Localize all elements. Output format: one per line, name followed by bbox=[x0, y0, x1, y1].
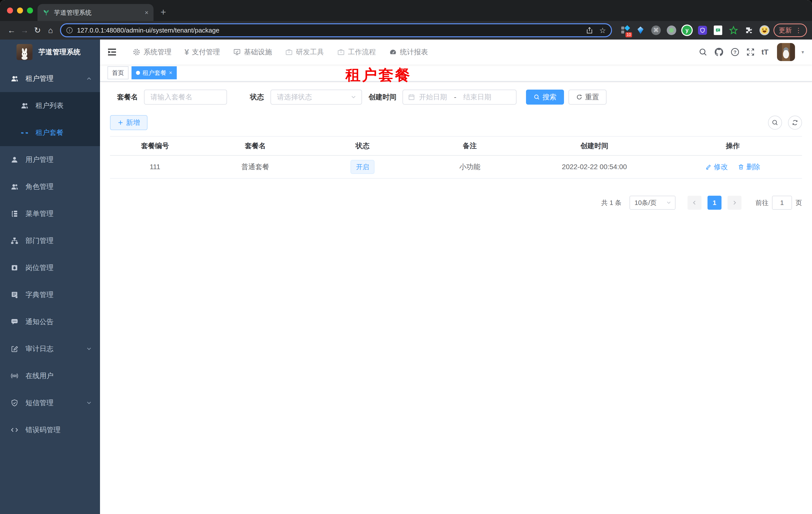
topnav-item-devtools[interactable]: 研发工具 bbox=[279, 39, 330, 64]
extension-command-icon[interactable]: ⌘ bbox=[651, 25, 661, 35]
edit-note-icon bbox=[10, 345, 19, 353]
chat-dots-icon bbox=[10, 318, 19, 326]
reload-button[interactable]: ↻ bbox=[31, 26, 44, 35]
url-text[interactable]: 127.0.0.1:48080/admin-ui/system/tenant/p… bbox=[77, 27, 582, 34]
package-name-input[interactable] bbox=[144, 89, 227, 105]
github-icon[interactable] bbox=[714, 47, 724, 57]
cell-remark: 小功能 bbox=[414, 155, 525, 179]
macos-traffic-lights[interactable] bbox=[7, 7, 33, 13]
sidebar-item-label: 部门管理 bbox=[26, 236, 92, 245]
new-tab-button[interactable]: + bbox=[161, 7, 166, 18]
status-badge: 开启 bbox=[350, 160, 375, 174]
toggle-search-button[interactable] bbox=[768, 116, 782, 130]
chevron-left-icon bbox=[692, 200, 697, 206]
next-page-button[interactable] bbox=[727, 196, 742, 210]
profile-emoji-icon[interactable] bbox=[759, 25, 770, 35]
navbar-right-tools: ? tT ▾ bbox=[698, 43, 804, 61]
sidebar-item-label: 在线用户 bbox=[26, 371, 92, 381]
sidebar-item-tenant-management[interactable]: 租户管理 bbox=[0, 65, 100, 92]
date-range-picker[interactable]: 开始日期 - 结束日期 bbox=[403, 89, 517, 105]
extension-dot-icon[interactable] bbox=[667, 25, 676, 35]
page-unit-label: 页 bbox=[795, 198, 802, 207]
back-button[interactable]: ← bbox=[5, 26, 18, 35]
status-select[interactable]: 请选择状态 bbox=[270, 89, 362, 105]
date-start-placeholder[interactable]: 开始日期 bbox=[419, 92, 447, 102]
sidebar-item-error-code[interactable]: 错误码管理 bbox=[0, 416, 100, 443]
sidebar-item-role-management[interactable]: 角色管理 bbox=[0, 173, 100, 200]
close-window-button[interactable] bbox=[7, 7, 13, 13]
edit-label: 修改 bbox=[714, 162, 728, 172]
sidebar-logo[interactable]: 芋道管理系统 bbox=[0, 39, 100, 64]
sidebar-item-label: 用户管理 bbox=[26, 155, 92, 164]
share-icon[interactable] bbox=[586, 27, 593, 34]
search-icon[interactable] bbox=[698, 48, 707, 57]
sidebar-item-user-management[interactable]: 用户管理 bbox=[0, 146, 100, 173]
prev-page-button[interactable] bbox=[688, 196, 701, 210]
topnav-item-system[interactable]: 系统管理 bbox=[126, 39, 178, 64]
bookmark-star-icon[interactable]: ☆ bbox=[599, 26, 606, 35]
date-end-placeholder[interactable]: 结束日期 bbox=[463, 92, 491, 102]
browser-tab[interactable]: 芋道管理系统 × bbox=[37, 4, 153, 21]
extension-y-icon[interactable]: y bbox=[682, 25, 692, 35]
forward-button[interactable]: → bbox=[18, 26, 31, 35]
topnav-item-payment[interactable]: ¥ 支付管理 bbox=[178, 39, 227, 64]
people-icon bbox=[10, 75, 19, 83]
col-header: 操作 bbox=[664, 136, 802, 155]
edit-link[interactable]: 修改 bbox=[705, 162, 728, 172]
font-size-icon[interactable]: tT bbox=[761, 48, 768, 56]
goto-page-input[interactable] bbox=[772, 196, 792, 210]
tag-home[interactable]: 首页 bbox=[108, 66, 128, 79]
sidebar-item-audit-log[interactable]: 审计日志 bbox=[0, 335, 100, 362]
monitor-icon bbox=[233, 48, 241, 56]
extension-chat-icon[interactable] bbox=[713, 25, 723, 35]
table-row[interactable]: 111 普通套餐 开启 小功能 2022-02-22 00:54:00 修改 bbox=[110, 155, 802, 179]
tag-tenant-package[interactable]: 租户套餐 × bbox=[132, 66, 177, 79]
col-header: 备注 bbox=[414, 136, 525, 155]
topnav-item-workflow[interactable]: 工作流程 bbox=[330, 39, 382, 64]
collapse-sidebar-icon[interactable] bbox=[107, 47, 117, 57]
sidebar: 芋道管理系统 租户管理 租户列 bbox=[0, 39, 100, 514]
topnav-item-infra[interactable]: 基础设施 bbox=[227, 39, 279, 64]
sidebar-item-tenant-list[interactable]: 租户列表 bbox=[0, 92, 100, 119]
tab-close-icon[interactable]: × bbox=[145, 9, 148, 17]
sidebar-item-sms-management[interactable]: 短信管理 bbox=[0, 389, 100, 416]
zoom-window-button[interactable] bbox=[27, 7, 33, 13]
yen-icon: ¥ bbox=[184, 48, 189, 57]
page-size-select[interactable]: 10条/页 bbox=[630, 196, 675, 210]
refresh-table-button[interactable] bbox=[788, 116, 802, 130]
reset-button[interactable]: 重置 bbox=[569, 89, 607, 105]
reset-label: 重置 bbox=[585, 92, 599, 102]
extension-puzzle-icon[interactable] bbox=[744, 25, 754, 35]
update-label: 更新 bbox=[779, 26, 792, 35]
top-navbar: 系统管理 ¥ 支付管理 基础设施 研发工具 bbox=[100, 39, 812, 64]
extension-grid-icon[interactable]: 10 bbox=[620, 25, 630, 35]
delete-link[interactable]: 删除 bbox=[738, 162, 760, 172]
topnav-item-report[interactable]: 统计报表 bbox=[382, 39, 435, 64]
sidebar-item-post-management[interactable]: 岗位管理 bbox=[0, 254, 100, 281]
chrome-menu-icon[interactable]: ⋮ bbox=[795, 27, 802, 34]
caret-down-icon[interactable]: ▾ bbox=[802, 49, 804, 55]
help-icon[interactable]: ? bbox=[730, 48, 740, 57]
sidebar-item-dict-management[interactable]: 字典管理 bbox=[0, 281, 100, 308]
extension-star-icon[interactable] bbox=[728, 25, 738, 35]
extension-gem-icon[interactable] bbox=[636, 25, 645, 35]
tag-close-icon[interactable]: × bbox=[169, 70, 172, 76]
user-avatar[interactable] bbox=[777, 43, 795, 61]
badge-icon bbox=[10, 264, 19, 272]
browser-tabstrip: 芋道管理系统 × + bbox=[0, 0, 812, 21]
add-button[interactable]: 新增 bbox=[110, 115, 147, 130]
sidebar-item-notice[interactable]: 通知公告 bbox=[0, 308, 100, 335]
url-bar[interactable]: 127.0.0.1:48080/admin-ui/system/tenant/p… bbox=[60, 23, 612, 37]
fullscreen-icon[interactable] bbox=[746, 48, 755, 57]
chrome-update-button[interactable]: 更新 ⋮ bbox=[774, 24, 807, 37]
sidebar-item-online-users[interactable]: 在线用户 bbox=[0, 362, 100, 389]
sidebar-item-dept-management[interactable]: 部门管理 bbox=[0, 227, 100, 254]
home-button[interactable]: ⌂ bbox=[44, 26, 57, 35]
minimize-window-button[interactable] bbox=[17, 7, 23, 13]
search-button[interactable]: 搜索 bbox=[526, 89, 564, 105]
extension-shield-icon[interactable] bbox=[697, 25, 707, 35]
current-page-button[interactable]: 1 bbox=[707, 196, 722, 210]
sidebar-item-tenant-package[interactable]: 租户套餐 bbox=[0, 119, 100, 146]
site-info-icon[interactable] bbox=[66, 27, 73, 34]
sidebar-item-menu-management[interactable]: 菜单管理 bbox=[0, 200, 100, 227]
